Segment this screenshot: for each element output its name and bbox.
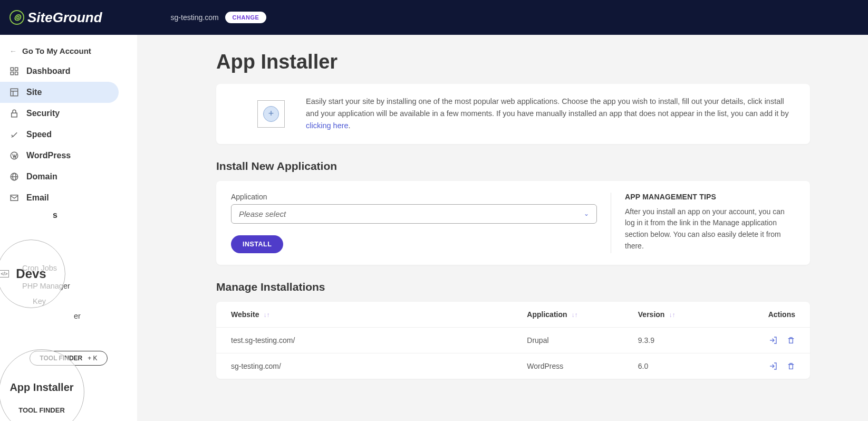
install-heading: Install New Application <box>216 160 810 173</box>
sidebar-item-site[interactable]: Site <box>0 82 119 103</box>
login-icon[interactable] <box>769 336 777 345</box>
sort-icon: ↓↑ <box>263 311 269 319</box>
sidebar-item-label: Security <box>26 109 60 118</box>
cell-application: Drupal <box>527 336 638 345</box>
plus-circle-icon: + <box>263 106 279 122</box>
back-label: Go To My Account <box>22 46 91 55</box>
arrow-left-icon: ← <box>9 47 17 55</box>
intro-text: Easily start your site by installing one… <box>306 95 795 132</box>
page-title: App Installer <box>216 51 810 73</box>
col-header-actions: Actions <box>740 310 795 319</box>
application-select[interactable]: Please select ⌄ <box>231 204 597 224</box>
sidebar-sub-php[interactable]: PHP Manager <box>0 277 137 295</box>
main-content: App Installer + Easily start your site b… <box>137 35 868 421</box>
trash-icon[interactable] <box>787 336 795 345</box>
intro-card: + Easily start your site by installing o… <box>216 84 810 144</box>
layout-icon <box>9 88 19 97</box>
sidebar-item-dashboard[interactable]: Dashboard <box>0 61 119 82</box>
change-site-button[interactable]: CHANGE <box>225 12 267 23</box>
cell-version: 9.3.9 <box>638 336 740 345</box>
globe-icon <box>9 172 19 181</box>
svg-rect-4 <box>11 89 18 96</box>
sort-icon: ↓↑ <box>572 311 578 319</box>
top-bar: ⊚ SiteGround sg-testing.com CHANGE <box>0 0 868 35</box>
sidebar-item-domain[interactable]: Domain <box>0 166 119 187</box>
sidebar-item-email[interactable]: Email <box>0 187 119 208</box>
back-to-account[interactable]: ← Go To My Account <box>0 41 137 61</box>
intro-icon-frame: + <box>257 100 285 128</box>
sidebar-item-speed[interactable]: Speed <box>0 124 119 145</box>
cell-version: 6.0 <box>638 362 740 370</box>
clicking-here-link[interactable]: clicking here <box>306 121 349 130</box>
svg-rect-7 <box>12 113 17 117</box>
table-row: test.sg-testing.com/ Drupal 9.3.9 <box>216 327 810 353</box>
sidebar-item-wordpress[interactable]: WordPress <box>0 145 119 166</box>
sidebar-partial: s <box>0 211 137 220</box>
application-label: Application <box>231 193 597 201</box>
sidebar: ← Go To My Account Dashboard Site Securi… <box>0 35 137 421</box>
sidebar-item-label: WordPress <box>26 151 71 160</box>
tool-finder-button[interactable]: TOOL FINDER + K <box>30 351 107 366</box>
current-site: sg-testing.com <box>171 13 219 22</box>
cell-website: test.sg-testing.com/ <box>231 336 527 345</box>
mail-icon <box>9 193 19 203</box>
trash-icon[interactable] <box>787 362 795 370</box>
sidebar-partial-er: er <box>0 307 137 326</box>
col-header-application[interactable]: Application↓↑ <box>527 310 638 319</box>
sidebar-item-label: Dashboard <box>26 66 71 76</box>
chevron-down-icon: ⌄ <box>584 210 589 217</box>
rocket-icon <box>9 130 19 139</box>
sort-icon: ↓↑ <box>669 311 675 319</box>
grid-icon <box>9 66 19 76</box>
sidebar-item-label: Domain <box>26 172 57 181</box>
col-header-version[interactable]: Version↓↑ <box>638 310 740 319</box>
lock-icon <box>9 109 19 118</box>
install-button[interactable]: INSTALL <box>231 235 283 253</box>
svg-rect-0 <box>11 68 13 70</box>
cell-application: WordPress <box>527 362 638 370</box>
sidebar-item-label: Site <box>26 88 42 97</box>
select-placeholder: Please select <box>239 209 286 218</box>
installations-table: Website↓↑ Application↓↑ Version↓↑ Action… <box>216 302 810 379</box>
brand-text: SiteGround <box>27 9 102 26</box>
sidebar-sub-cron[interactable]: Cron Jobs <box>0 259 137 277</box>
wordpress-icon <box>9 151 19 160</box>
sidebar-item-label: Email <box>26 193 49 203</box>
swirl-icon: ⊚ <box>9 10 24 25</box>
sidebar-item-security[interactable]: Security <box>0 103 119 124</box>
svg-rect-1 <box>15 68 18 70</box>
tips-body: After you install an app on your account… <box>625 206 795 252</box>
sidebar-partial-key: Key <box>0 295 137 307</box>
svg-rect-2 <box>11 72 13 75</box>
brand-logo[interactable]: ⊚ SiteGround <box>9 9 102 26</box>
col-header-website[interactable]: Website↓↑ <box>231 310 527 319</box>
login-icon[interactable] <box>769 362 777 370</box>
manage-heading: Manage Installations <box>216 281 810 293</box>
install-card: Application Please select ⌄ INSTALL APP … <box>216 181 810 265</box>
cell-website: sg-testing.com/ <box>231 362 527 370</box>
sidebar-item-label: Speed <box>26 130 52 139</box>
table-row: sg-testing.com/ WordPress 6.0 <box>216 353 810 379</box>
tips-title: APP MANAGEMENT TIPS <box>625 193 795 201</box>
svg-rect-3 <box>15 72 18 75</box>
